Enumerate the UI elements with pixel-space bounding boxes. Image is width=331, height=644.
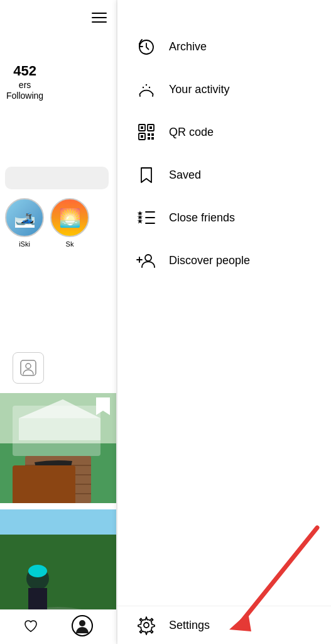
highlight-sk-circle (50, 198, 89, 237)
svg-point-20 (143, 87, 144, 88)
stats-area: 452 ers Following (6, 63, 43, 101)
svg-rect-30 (151, 133, 154, 136)
menu-list: Archive Your activity (117, 0, 331, 606)
archive-icon (136, 36, 156, 57)
svg-point-39 (145, 255, 151, 261)
svg-rect-26 (149, 126, 152, 129)
following-label: Following (6, 91, 43, 101)
settings-icon (136, 615, 156, 635)
qr-icon (136, 122, 156, 142)
svg-rect-31 (148, 137, 150, 140)
archive-label: Archive (169, 40, 207, 53)
saved-icon (136, 165, 156, 185)
discover-icon (136, 250, 156, 270)
menu-item-close-friends[interactable]: Close friends (117, 196, 331, 239)
svg-marker-35 (138, 219, 143, 224)
person-icon (19, 359, 37, 377)
svg-rect-29 (148, 133, 150, 136)
svg-rect-28 (141, 135, 143, 138)
profile-circle-icon (71, 614, 94, 637)
saved-label: Saved (169, 169, 201, 182)
followers-label-partial: ers (19, 80, 31, 90)
discover-people-label: Discover people (169, 254, 250, 267)
svg-rect-32 (151, 137, 154, 140)
close-friends-label: Close friends (169, 211, 235, 225)
menu-item-archive[interactable]: Archive (117, 25, 331, 68)
close-friends-icon (136, 208, 156, 228)
settings-area[interactable]: Settings (117, 606, 331, 644)
highlight-sk[interactable]: Sk (50, 198, 89, 248)
svg-point-42 (144, 623, 149, 628)
menu-item-your-activity[interactable]: Your activity (117, 68, 331, 111)
highlights-row: iSki Sk (5, 198, 89, 248)
svg-rect-24 (141, 126, 143, 129)
svg-point-21 (146, 84, 147, 86)
menu-item-qr-code[interactable]: QR code (117, 111, 331, 153)
highlight-sk-label: Sk (66, 240, 74, 248)
your-activity-label: Your activity (169, 83, 229, 96)
right-panel-menu: Archive Your activity (117, 0, 331, 644)
photo-thumbnail-2[interactable] (0, 509, 116, 619)
person-tagged-icon[interactable] (13, 352, 44, 384)
activity-icon (136, 79, 156, 99)
hamburger-icon (92, 13, 107, 23)
settings-label: Settings (169, 619, 210, 632)
search-bar[interactable] (5, 167, 109, 189)
bottom-nav (0, 609, 116, 644)
svg-rect-5 (19, 418, 100, 440)
svg-rect-12 (0, 535, 116, 619)
highlight-iski-circle (5, 198, 44, 237)
svg-point-1 (26, 364, 31, 369)
menu-item-discover-people[interactable]: Discover people (117, 239, 331, 282)
menu-item-saved[interactable]: Saved (117, 153, 331, 196)
heart-button[interactable] (23, 618, 39, 636)
svg-rect-3 (0, 443, 116, 503)
profile-button[interactable] (71, 614, 94, 640)
highlight-iski-label: iSki (19, 240, 30, 248)
left-panel: 452 ers Following iSki Sk (0, 0, 116, 644)
svg-point-18 (79, 620, 85, 626)
photo-2-scene (0, 509, 116, 619)
following-count: 452 (6, 63, 43, 79)
highlight-iski[interactable]: iSki (5, 198, 44, 248)
svg-point-22 (149, 87, 150, 88)
hamburger-button[interactable] (88, 6, 110, 28)
qr-code-label: QR code (169, 126, 214, 139)
svg-point-15 (28, 565, 47, 577)
heart-icon (23, 618, 39, 634)
